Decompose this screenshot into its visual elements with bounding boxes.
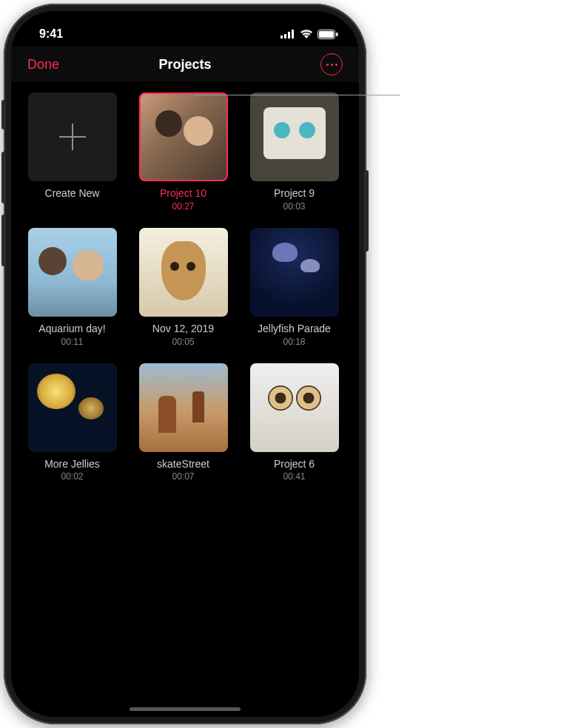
project-thumbnail [28, 228, 117, 317]
create-new-label: Create New [45, 187, 100, 200]
project-name: Jellyfish Parade [258, 323, 331, 335]
project-tile[interactable]: More Jellies00:02 [26, 363, 118, 482]
project-thumbnail [139, 92, 228, 181]
project-name: Project 6 [274, 458, 315, 471]
screen: 9:41 Done Projects C [11, 11, 359, 717]
svg-rect-2 [288, 32, 290, 38]
project-thumbnail [250, 92, 339, 181]
svg-rect-6 [336, 33, 338, 36]
project-thumbnail [250, 363, 339, 452]
callout-line [194, 95, 400, 95]
project-duration: 00:41 [283, 471, 305, 482]
more-icon [320, 53, 343, 75]
volume-down-button[interactable] [1, 215, 6, 266]
nav-bar: Done Projects [11, 47, 359, 82]
project-duration: 00:11 [61, 337, 83, 347]
project-thumbnail [139, 363, 228, 452]
svg-rect-0 [280, 36, 283, 38]
project-name: More Jellies [44, 458, 100, 471]
project-tile[interactable]: Jellyfish Parade00:18 [248, 228, 340, 347]
power-button[interactable] [364, 170, 369, 252]
project-name: Aquarium day! [38, 323, 105, 335]
project-name: skateStreet [157, 458, 209, 471]
status-indicators [280, 30, 338, 39]
status-time: 9:41 [39, 27, 63, 41]
wifi-icon [300, 30, 313, 38]
battery-icon [318, 30, 338, 39]
projects-grid: Create New Project 1000:27Project 900:03… [26, 92, 344, 482]
silence-switch[interactable] [1, 100, 6, 129]
project-tile[interactable]: skateStreet00:07 [137, 363, 229, 482]
project-duration: 00:02 [61, 471, 83, 482]
project-name: Project 9 [274, 187, 315, 200]
project-tile[interactable]: Project 900:03 [248, 92, 340, 212]
done-button[interactable]: Done [27, 57, 59, 73]
project-duration: 00:07 [172, 471, 194, 482]
create-new-tile[interactable]: Create New [26, 92, 118, 212]
project-duration: 00:18 [283, 337, 305, 347]
cellular-icon [280, 30, 295, 38]
svg-rect-5 [319, 31, 334, 38]
notch [104, 11, 266, 36]
project-duration: 00:27 [172, 201, 194, 212]
svg-rect-3 [292, 30, 294, 38]
project-tile[interactable]: Nov 12, 201900:05 [137, 228, 229, 347]
project-name: Nov 12, 2019 [152, 323, 214, 335]
plus-icon [28, 92, 117, 181]
project-name: Project 10 [160, 187, 206, 200]
project-duration: 00:03 [283, 201, 305, 212]
phone-frame: 9:41 Done Projects C [4, 4, 366, 724]
svg-rect-1 [284, 34, 286, 38]
project-thumbnail [139, 228, 228, 317]
project-thumbnail [28, 363, 117, 452]
project-tile[interactable]: Project 600:41 [248, 363, 340, 482]
project-tile[interactable]: Aquarium day!00:11 [26, 228, 118, 347]
page-title: Projects [158, 57, 211, 73]
project-duration: 00:05 [172, 337, 194, 347]
project-tile[interactable]: Project 1000:27 [137, 92, 229, 212]
more-button[interactable] [320, 53, 343, 75]
home-indicator[interactable] [130, 707, 241, 711]
projects-grid-container: Create New Project 1000:27Project 900:03… [11, 82, 359, 492]
volume-up-button[interactable] [1, 152, 6, 203]
project-thumbnail [250, 228, 339, 317]
